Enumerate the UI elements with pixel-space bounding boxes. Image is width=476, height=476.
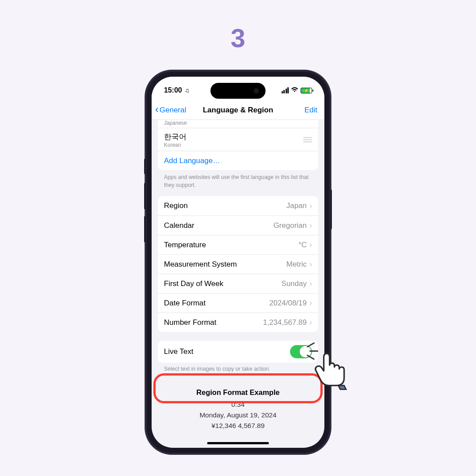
setting-label: Date Format [164,299,205,308]
setting-value: °C [298,241,307,249]
step-number: 3 [231,23,245,53]
chevron-right-icon: › [309,260,312,269]
languages-footer: Apps and websites will use the first lan… [152,170,324,196]
wifi-icon [291,86,298,94]
measurement-row[interactable]: Measurement System Metric› [158,254,318,274]
dynamic-island [211,83,266,99]
content-scroll[interactable]: Japanese 한국어 Korean Add Language… Apps a… [152,120,324,448]
region-settings-group: Region Japan› Calendar Gregorian› Temper… [158,196,318,332]
headphones-icon: ♫ [185,87,190,94]
setting-label: First Day of Week [164,279,223,288]
phone-side-button [144,183,145,209]
back-button[interactable]: ‹ General [155,104,186,115]
setting-label: Number Format [164,318,216,327]
add-language-label: Add Language… [164,156,220,165]
setting-label: Measurement System [164,260,237,269]
battery-icon: ⚡ [301,88,312,93]
chevron-right-icon: › [309,279,312,288]
chevron-right-icon: › [309,221,312,230]
phone-frame: 15:00 ♫ ⚡ ‹ General Language & Region Ed… [145,71,331,454]
chevron-right-icon: › [309,318,312,327]
setting-value: 2024/08/19 [269,299,307,308]
languages-group: Japanese 한국어 Korean Add Language… [158,120,318,170]
home-indicator[interactable] [207,442,269,444]
status-time: 15:00 [164,86,182,94]
live-text-label: Live Text [164,347,193,356]
phone-side-button [331,190,332,229]
setting-label: Calendar [164,221,194,230]
setting-value: Gregorian [273,221,307,230]
phone-side-button [144,216,145,242]
page-title: Language & Region [203,106,273,115]
phone-screen: 15:00 ♫ ⚡ ‹ General Language & Region Ed… [152,77,324,448]
pointer-hand-icon [306,344,355,394]
edit-button[interactable]: Edit [305,106,317,115]
chevron-right-icon: › [309,298,312,308]
cellular-icon [282,87,289,93]
setting-label: Temperature [164,241,206,249]
setting-label: Region [164,201,188,210]
language-row[interactable]: 한국어 Korean [158,128,318,151]
setting-value: Sunday [281,279,307,288]
region-row[interactable]: Region Japan› [158,196,318,216]
setting-value: Metric [286,260,307,269]
example-date: Monday, August 19, 2024 [152,410,324,420]
add-language-button[interactable]: Add Language… [158,151,318,170]
temperature-row[interactable]: Temperature °C› [158,235,318,254]
live-text-row: Live Text [158,341,318,363]
setting-value: 1,234,567.89 [263,318,307,327]
highlight-callout [153,373,323,403]
reorder-handle-icon[interactable] [303,137,312,142]
language-subtitle: Japanese [164,120,187,126]
calendar-row[interactable]: Calendar Gregorian› [158,216,318,235]
first-day-row[interactable]: First Day of Week Sunday› [158,274,318,293]
navigation-bar: ‹ General Language & Region Edit [152,100,324,120]
language-row-partial[interactable]: Japanese [158,120,318,128]
language-subtitle: Korean [164,142,181,148]
chevron-right-icon: › [309,240,312,249]
language-title: 한국어 [164,132,186,142]
phone-side-button [144,159,145,174]
chevron-left-icon: ‹ [155,103,159,115]
chevron-right-icon: › [309,201,312,211]
date-format-row[interactable]: Date Format 2024/08/19› [158,293,318,312]
back-label: General [160,106,186,115]
example-numbers: ¥12,346 4,567.89 [152,420,324,431]
number-format-row[interactable]: Number Format 1,234,567.89› [158,312,318,332]
setting-value: Japan [286,201,307,210]
